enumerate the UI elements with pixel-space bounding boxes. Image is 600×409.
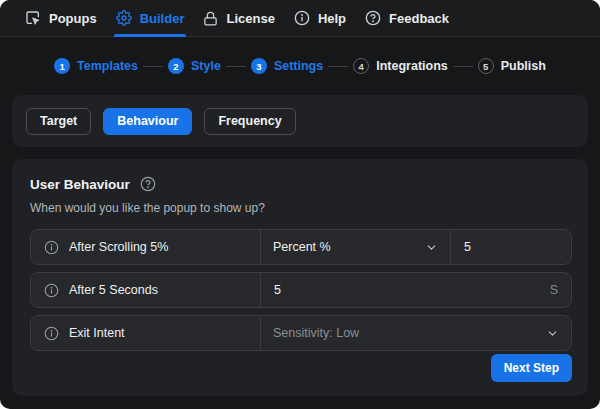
step-3-circle: 3 xyxy=(251,58,267,74)
scroll-unit-select-value: Percent % xyxy=(273,240,331,254)
row-after-scrolling: After Scrolling 5% Percent % xyxy=(30,229,572,265)
nav-help[interactable]: Help xyxy=(294,0,346,37)
info-icon[interactable] xyxy=(44,283,59,298)
nav-builder-label: Builder xyxy=(140,11,185,26)
step-style[interactable]: 2 Style xyxy=(168,58,221,74)
help-circle-icon[interactable] xyxy=(140,176,156,192)
step-2-label: Style xyxy=(191,59,221,73)
chevron-down-icon xyxy=(546,327,559,340)
seconds-input[interactable] xyxy=(274,283,542,297)
question-circle-icon xyxy=(365,10,381,26)
step-1-label: Templates xyxy=(77,59,138,73)
scroll-amount-cell xyxy=(451,230,572,264)
seconds-cell: S xyxy=(261,273,571,307)
topbar: Popups Builder License xyxy=(0,0,600,37)
scroll-amount-input[interactable] xyxy=(464,240,572,254)
step-templates[interactable]: 1 Templates xyxy=(54,58,138,74)
popups-cursor-icon xyxy=(25,10,41,26)
nav-popups-label: Popups xyxy=(49,11,97,26)
panel-subtitle: When would you like the popup to show up… xyxy=(30,201,572,215)
step-publish[interactable]: 5 Publish xyxy=(478,58,546,74)
panel-title-row: User Behaviour xyxy=(30,176,572,192)
step-4-label: Integrations xyxy=(376,59,448,73)
nav-feedback[interactable]: Feedback xyxy=(365,0,449,37)
behaviour-rows: After Scrolling 5% Percent % xyxy=(30,229,572,351)
app-window: Popups Builder License xyxy=(0,0,600,409)
step-5-circle: 5 xyxy=(478,58,494,74)
row-exit-intent-label: Exit Intent xyxy=(69,326,125,340)
scroll-unit-select[interactable]: Percent % xyxy=(261,230,451,264)
row-exit-intent-label-cell: Exit Intent xyxy=(31,316,261,350)
step-3-label: Settings xyxy=(274,59,323,73)
next-step-button[interactable]: Next Step xyxy=(491,354,572,382)
row-after-seconds-label-cell: After 5 Seconds xyxy=(31,273,261,307)
step-1-circle: 1 xyxy=(54,58,70,74)
nav-builder[interactable]: Builder xyxy=(116,0,185,37)
nav-license-label: License xyxy=(226,11,274,26)
gear-icon xyxy=(116,10,132,26)
row-after-seconds-label: After 5 Seconds xyxy=(69,283,158,297)
step-5-label: Publish xyxy=(501,59,546,73)
step-4-circle: 4 xyxy=(353,58,369,74)
step-settings[interactable]: 3 Settings xyxy=(251,58,323,74)
step-connector xyxy=(328,66,348,67)
info-circle-icon xyxy=(294,10,310,26)
nav-license[interactable]: License xyxy=(203,0,274,37)
nav-help-label: Help xyxy=(318,11,346,26)
step-integrations[interactable]: 4 Integrations xyxy=(353,58,448,74)
step-connector xyxy=(453,66,473,67)
row-after-scrolling-label-cell: After Scrolling 5% xyxy=(31,230,261,264)
tab-frequency[interactable]: Frequency xyxy=(204,108,295,135)
info-icon[interactable] xyxy=(44,240,59,255)
sensitivity-select[interactable]: Sensitivity: Low xyxy=(261,316,571,350)
chevron-down-icon xyxy=(425,241,438,254)
panel-footer: Next Step xyxy=(30,354,572,382)
step-connector xyxy=(143,66,163,67)
tab-behaviour[interactable]: Behaviour xyxy=(103,108,192,135)
nav-popups[interactable]: Popups xyxy=(25,0,97,37)
info-icon[interactable] xyxy=(44,326,59,341)
settings-tabs-card: Target Behaviour Frequency xyxy=(12,95,588,147)
row-after-scrolling-label: After Scrolling 5% xyxy=(69,240,168,254)
tab-target[interactable]: Target xyxy=(26,108,91,135)
nav-feedback-label: Feedback xyxy=(389,11,449,26)
stepper: 1 Templates 2 Style 3 Settings 4 Integra… xyxy=(0,37,600,95)
sensitivity-select-value: Sensitivity: Low xyxy=(273,326,359,340)
seconds-unit-suffix: S xyxy=(550,283,558,297)
step-2-circle: 2 xyxy=(168,58,184,74)
lock-icon xyxy=(203,11,218,26)
user-behaviour-panel: User Behaviour When would you like the p… xyxy=(12,159,588,396)
panel-title: User Behaviour xyxy=(30,177,130,192)
step-connector xyxy=(226,66,246,67)
row-after-seconds: After 5 Seconds S xyxy=(30,272,572,308)
row-exit-intent: Exit Intent Sensitivity: Low xyxy=(30,315,572,351)
